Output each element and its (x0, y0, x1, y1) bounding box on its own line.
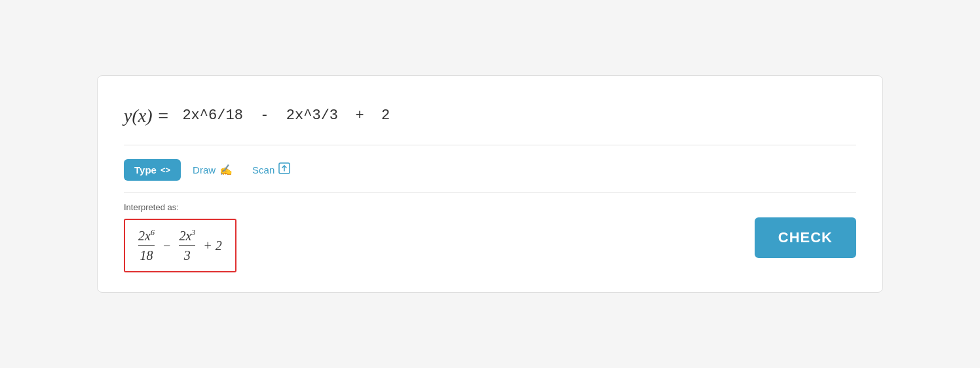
main-panel: y(x) = Type <> Draw ✍ Scan (97, 75, 883, 293)
minus-sign: − (162, 238, 172, 253)
tab-row: Type <> Draw ✍ Scan (124, 157, 856, 182)
equation-label: y(x) = (124, 105, 169, 126)
frac-num-1: 2x6 (138, 228, 155, 246)
tab-draw-button[interactable]: Draw ✍ (185, 158, 240, 181)
interpreted-section: Interpreted as: 2x6 18 − 2x3 3 (124, 202, 856, 272)
draw-icon: ✍ (219, 164, 233, 176)
fraction-1: 2x6 18 (138, 228, 155, 263)
frac-den-2: 3 (184, 247, 191, 263)
divider-bottom (124, 193, 856, 193)
tab-scan-button[interactable]: Scan (244, 157, 298, 182)
tab-type-button[interactable]: Type <> (124, 159, 181, 181)
equation-row: y(x) = (124, 102, 856, 129)
check-button[interactable]: CHECK (755, 217, 856, 258)
interpreted-label: Interpreted as: (124, 202, 728, 212)
fraction-2: 2x3 3 (179, 228, 195, 263)
chevron-icon: <> (160, 165, 170, 175)
draw-label: Draw (193, 164, 216, 175)
type-label: Type (134, 164, 157, 175)
equation-input[interactable] (182, 102, 856, 129)
constant-term: + 2 (203, 238, 222, 253)
scan-icon (278, 162, 290, 177)
interpreted-left: Interpreted as: 2x6 18 − 2x3 3 (124, 202, 728, 272)
frac-den-1: 18 (140, 247, 153, 263)
divider-top (124, 145, 856, 145)
math-rendered: 2x6 18 − 2x3 3 + 2 (138, 228, 222, 263)
math-box[interactable]: 2x6 18 − 2x3 3 + 2 (124, 219, 236, 272)
frac-num-2: 2x3 (179, 228, 195, 246)
scan-label: Scan (252, 164, 274, 175)
